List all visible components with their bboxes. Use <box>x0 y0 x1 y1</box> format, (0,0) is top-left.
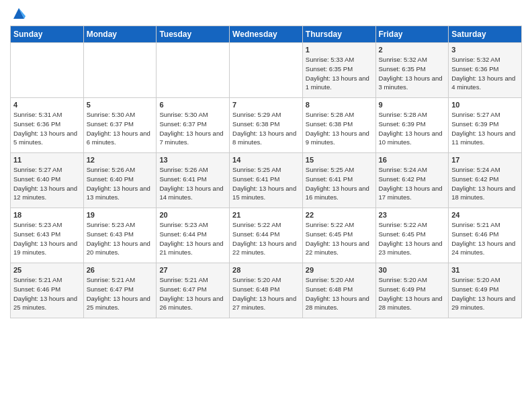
day-number: 8 <box>306 101 373 109</box>
calendar-cell: 29Sunrise: 5:20 AM Sunset: 6:48 PM Dayli… <box>302 263 375 318</box>
calendar-header-row: Sunday Monday Tuesday Wednesday Thursday… <box>11 26 522 43</box>
day-number: 18 <box>13 211 81 219</box>
day-info: Sunrise: 5:31 AM Sunset: 6:36 PM Dayligh… <box>13 110 81 147</box>
calendar-cell: 19Sunrise: 5:23 AM Sunset: 6:43 PM Dayli… <box>83 208 157 263</box>
day-info: Sunrise: 5:24 AM Sunset: 6:42 PM Dayligh… <box>451 165 519 202</box>
logo <box>10 7 26 20</box>
day-number: 4 <box>13 101 81 109</box>
calendar: Sunday Monday Tuesday Wednesday Thursday… <box>10 26 522 318</box>
calendar-cell: 4Sunrise: 5:31 AM Sunset: 6:36 PM Daylig… <box>11 98 84 153</box>
calendar-cell: 21Sunrise: 5:22 AM Sunset: 6:44 PM Dayli… <box>230 208 303 263</box>
day-info: Sunrise: 5:20 AM Sunset: 6:49 PM Dayligh… <box>379 275 446 312</box>
day-info: Sunrise: 5:30 AM Sunset: 6:37 PM Dayligh… <box>159 110 226 147</box>
calendar-cell: 15Sunrise: 5:25 AM Sunset: 6:41 PM Dayli… <box>302 153 375 208</box>
day-info: Sunrise: 5:23 AM Sunset: 6:43 PM Dayligh… <box>13 220 81 257</box>
day-number: 24 <box>451 211 519 219</box>
logo-icon <box>12 7 26 20</box>
day-number: 5 <box>87 101 154 109</box>
col-saturday: Saturday <box>449 26 522 43</box>
day-number: 14 <box>232 156 300 164</box>
day-number: 20 <box>159 211 226 219</box>
calendar-cell: 5Sunrise: 5:30 AM Sunset: 6:37 PM Daylig… <box>83 98 157 153</box>
day-number: 26 <box>87 266 154 274</box>
calendar-cell: 25Sunrise: 5:21 AM Sunset: 6:46 PM Dayli… <box>11 263 84 318</box>
day-info: Sunrise: 5:33 AM Sunset: 6:35 PM Dayligh… <box>306 55 373 92</box>
day-info: Sunrise: 5:27 AM Sunset: 6:39 PM Dayligh… <box>451 110 519 147</box>
day-info: Sunrise: 5:21 AM Sunset: 6:46 PM Dayligh… <box>451 220 519 257</box>
calendar-cell <box>157 43 230 98</box>
day-info: Sunrise: 5:21 AM Sunset: 6:47 PM Dayligh… <box>87 275 154 312</box>
day-number: 28 <box>232 266 300 274</box>
col-sunday: Sunday <box>11 26 84 43</box>
day-info: Sunrise: 5:28 AM Sunset: 6:39 PM Dayligh… <box>379 110 446 147</box>
calendar-cell: 3Sunrise: 5:32 AM Sunset: 6:36 PM Daylig… <box>449 43 522 98</box>
day-info: Sunrise: 5:32 AM Sunset: 6:35 PM Dayligh… <box>379 55 446 92</box>
calendar-cell: 8Sunrise: 5:28 AM Sunset: 6:38 PM Daylig… <box>302 98 375 153</box>
calendar-cell: 22Sunrise: 5:22 AM Sunset: 6:45 PM Dayli… <box>302 208 375 263</box>
day-number: 16 <box>379 156 446 164</box>
day-number: 13 <box>159 156 226 164</box>
calendar-cell: 6Sunrise: 5:30 AM Sunset: 6:37 PM Daylig… <box>157 98 230 153</box>
header <box>10 7 522 20</box>
day-number: 9 <box>379 101 446 109</box>
calendar-cell <box>11 43 84 98</box>
day-number: 30 <box>379 266 446 274</box>
calendar-cell: 23Sunrise: 5:22 AM Sunset: 6:45 PM Dayli… <box>375 208 449 263</box>
col-wednesday: Wednesday <box>230 26 303 43</box>
calendar-cell: 13Sunrise: 5:26 AM Sunset: 6:41 PM Dayli… <box>157 153 230 208</box>
calendar-cell: 20Sunrise: 5:23 AM Sunset: 6:44 PM Dayli… <box>157 208 230 263</box>
calendar-cell: 12Sunrise: 5:26 AM Sunset: 6:40 PM Dayli… <box>83 153 157 208</box>
day-info: Sunrise: 5:27 AM Sunset: 6:40 PM Dayligh… <box>13 165 81 202</box>
calendar-week-0: 1Sunrise: 5:33 AM Sunset: 6:35 PM Daylig… <box>11 43 522 98</box>
calendar-cell: 7Sunrise: 5:29 AM Sunset: 6:38 PM Daylig… <box>230 98 303 153</box>
day-number: 21 <box>232 211 300 219</box>
col-tuesday: Tuesday <box>157 26 230 43</box>
calendar-cell <box>83 43 157 98</box>
day-info: Sunrise: 5:26 AM Sunset: 6:41 PM Dayligh… <box>159 165 226 202</box>
logo-text <box>10 7 26 20</box>
day-info: Sunrise: 5:25 AM Sunset: 6:41 PM Dayligh… <box>306 165 373 202</box>
calendar-cell: 14Sunrise: 5:25 AM Sunset: 6:41 PM Dayli… <box>230 153 303 208</box>
calendar-cell <box>230 43 303 98</box>
calendar-cell: 18Sunrise: 5:23 AM Sunset: 6:43 PM Dayli… <box>11 208 84 263</box>
day-number: 2 <box>379 46 446 54</box>
day-info: Sunrise: 5:20 AM Sunset: 6:48 PM Dayligh… <box>306 275 373 312</box>
day-number: 12 <box>87 156 154 164</box>
day-number: 11 <box>13 156 81 164</box>
day-info: Sunrise: 5:32 AM Sunset: 6:36 PM Dayligh… <box>451 55 519 92</box>
col-friday: Friday <box>375 26 449 43</box>
calendar-week-1: 4Sunrise: 5:31 AM Sunset: 6:36 PM Daylig… <box>11 98 522 153</box>
day-info: Sunrise: 5:22 AM Sunset: 6:45 PM Dayligh… <box>379 220 446 257</box>
day-info: Sunrise: 5:30 AM Sunset: 6:37 PM Dayligh… <box>87 110 154 147</box>
day-number: 27 <box>159 266 226 274</box>
day-number: 19 <box>87 211 154 219</box>
calendar-cell: 26Sunrise: 5:21 AM Sunset: 6:47 PM Dayli… <box>83 263 157 318</box>
calendar-cell: 30Sunrise: 5:20 AM Sunset: 6:49 PM Dayli… <box>375 263 449 318</box>
col-thursday: Thursday <box>302 26 375 43</box>
day-info: Sunrise: 5:22 AM Sunset: 6:44 PM Dayligh… <box>232 220 300 257</box>
day-info: Sunrise: 5:21 AM Sunset: 6:47 PM Dayligh… <box>159 275 226 312</box>
day-info: Sunrise: 5:23 AM Sunset: 6:43 PM Dayligh… <box>87 220 154 257</box>
calendar-cell: 16Sunrise: 5:24 AM Sunset: 6:42 PM Dayli… <box>375 153 449 208</box>
day-info: Sunrise: 5:24 AM Sunset: 6:42 PM Dayligh… <box>379 165 446 202</box>
day-info: Sunrise: 5:21 AM Sunset: 6:46 PM Dayligh… <box>13 275 81 312</box>
day-info: Sunrise: 5:20 AM Sunset: 6:49 PM Dayligh… <box>451 275 519 312</box>
calendar-cell: 28Sunrise: 5:20 AM Sunset: 6:48 PM Dayli… <box>230 263 303 318</box>
day-number: 25 <box>13 266 81 274</box>
day-number: 23 <box>379 211 446 219</box>
day-info: Sunrise: 5:29 AM Sunset: 6:38 PM Dayligh… <box>232 110 300 147</box>
col-monday: Monday <box>83 26 157 43</box>
calendar-cell: 1Sunrise: 5:33 AM Sunset: 6:35 PM Daylig… <box>302 43 375 98</box>
day-info: Sunrise: 5:22 AM Sunset: 6:45 PM Dayligh… <box>306 220 373 257</box>
day-number: 17 <box>451 156 519 164</box>
day-number: 6 <box>159 101 226 109</box>
day-info: Sunrise: 5:20 AM Sunset: 6:48 PM Dayligh… <box>232 275 300 312</box>
day-info: Sunrise: 5:23 AM Sunset: 6:44 PM Dayligh… <box>159 220 226 257</box>
day-info: Sunrise: 5:26 AM Sunset: 6:40 PM Dayligh… <box>87 165 154 202</box>
calendar-cell: 24Sunrise: 5:21 AM Sunset: 6:46 PM Dayli… <box>449 208 522 263</box>
calendar-week-3: 18Sunrise: 5:23 AM Sunset: 6:43 PM Dayli… <box>11 208 522 263</box>
calendar-cell: 31Sunrise: 5:20 AM Sunset: 6:49 PM Dayli… <box>449 263 522 318</box>
page: Sunday Monday Tuesday Wednesday Thursday… <box>0 0 532 411</box>
calendar-week-4: 25Sunrise: 5:21 AM Sunset: 6:46 PM Dayli… <box>11 263 522 318</box>
calendar-week-2: 11Sunrise: 5:27 AM Sunset: 6:40 PM Dayli… <box>11 153 522 208</box>
